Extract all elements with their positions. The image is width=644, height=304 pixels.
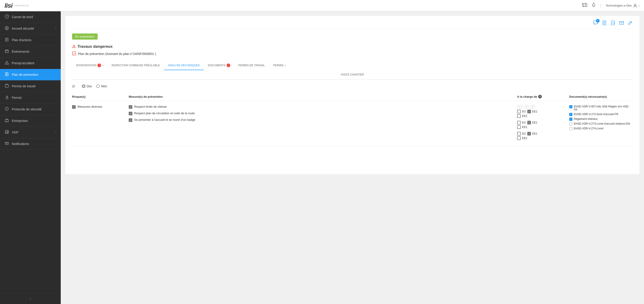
bell-icon[interactable] <box>592 3 596 8</box>
doc-item-0: EHSE-VDR-V-007-Info SSE-Règles d'or HSE-… <box>569 105 633 111</box>
prevention-cb-2[interactable] <box>129 118 132 122</box>
doc-item-2: Règlement Intérieur <box>569 117 633 121</box>
cb-ee2-1[interactable] <box>517 125 521 129</box>
cb-eu-2[interactable] <box>517 132 521 136</box>
chat-button[interactable]: 0 <box>593 20 598 26</box>
sidebar-item-presquaccident[interactable]: Presqu'accident <box>0 57 61 69</box>
doc-cb-3[interactable] <box>569 122 572 126</box>
doc-label-1: EHSE-VDR-V-272-livret d'accueil-FR <box>574 113 618 116</box>
tab-permis-travail[interactable]: PERMIS DE TRAVAIL <box>234 61 269 70</box>
sidebar-item-entreprises[interactable]: Entreprises <box>0 115 61 127</box>
radio-oui[interactable]: Oui <box>82 84 92 88</box>
doc-cb-0[interactable] <box>569 105 572 108</box>
sidebar-item-plan-prevention[interactable]: Plan de prévention <box>0 69 61 81</box>
sidebar-item-permis[interactable]: Permis <box>0 92 61 104</box>
risque-label: Blessures diverses <box>78 105 102 108</box>
tab-permis-label: PERMIS <box>273 64 284 67</box>
help-icon[interactable]: ? <box>538 95 542 98</box>
doc-cb-4[interactable] <box>569 127 572 130</box>
presquaccident-label: Presqu'accident <box>12 61 56 65</box>
doc-label-0: EHSE-VDR-V-007-Info SSE-Règles d'or HSE-… <box>574 105 633 111</box>
user-name: Technologies e-Obs <box>606 4 632 7</box>
permis-icon <box>4 95 9 100</box>
sidebar-item-plan-actions[interactable]: Plan d'actions <box>0 34 61 46</box>
protocole-icon <box>4 107 9 112</box>
notifications-label: Notifications <box>12 142 56 146</box>
sidebar: Carnet de bord Accueil sécurité › Plan d… <box>0 11 61 304</box>
content-area: 0 PDF En exploitation ⚠ <box>61 11 644 304</box>
tab-analyse[interactable]: ANALYSE DES RISQUES <box>164 61 204 70</box>
sidebar-item-carnet[interactable]: Carnet de bord <box>0 11 61 23</box>
charge-dropdown-0[interactable]: ▾ <box>517 105 522 109</box>
charge-dropdowns: ▾ ▾ ▾ <box>517 105 567 109</box>
presquaccident-icon <box>4 61 9 66</box>
cb-ee1-0[interactable] <box>527 110 531 113</box>
sidebar-item-notifications[interactable]: Notifications <box>0 138 61 150</box>
permis-travail-label: Permis de travail <box>12 84 56 88</box>
accueil-arrow: › <box>55 27 56 30</box>
topbar-right: | Technologies e-Obs › <box>582 3 640 8</box>
sidebar-item-evenements[interactable]: Évènements <box>0 46 61 57</box>
charge-item-1: EU EE1 EE2 <box>517 121 567 129</box>
prevention-cb-1[interactable] <box>129 112 132 115</box>
radio-non-label: Non <box>101 84 107 88</box>
svg-point-29 <box>6 109 7 110</box>
docs-col: EHSE-VDR-V-007-Info SSE-Règles d'or HSE-… <box>569 105 633 130</box>
user-info[interactable]: Technologies e-Obs › <box>606 3 640 8</box>
tab-intervention[interactable]: INTERVENTION ! ▾ <box>72 61 108 70</box>
tab-visite[interactable]: VISITE CHANTIER <box>337 70 368 79</box>
sidebar-collapse[interactable]: ‹ <box>0 293 61 304</box>
tab-documents[interactable]: DOCUMENTS ! <box>204 61 234 70</box>
tab-inspection[interactable]: INSPECTION COMMUNE PRÉALABLE <box>108 61 164 70</box>
sidebar-item-accueil[interactable]: Accueil sécurité › <box>0 23 61 34</box>
col-documents: Document(s) nécessaire(s) <box>569 95 633 98</box>
cb-eu-0[interactable] <box>517 110 521 113</box>
radio-non[interactable]: Non <box>96 84 107 88</box>
charge-dropdown-2[interactable]: ▾ <box>530 105 535 109</box>
risque-checkbox[interactable] <box>72 105 76 109</box>
cb-ee2-0[interactable] <box>517 114 521 118</box>
plan-title-text: Plan de prévention (Avenant du plan n°24… <box>78 52 156 56</box>
charge-col: ▾ ▾ ▾ <box>517 105 567 140</box>
main-layout: Carnet de bord Accueil sécurité › Plan d… <box>0 11 644 304</box>
evenements-icon <box>4 49 9 54</box>
cb-ee2-2[interactable] <box>517 136 521 140</box>
permis-label: Permis <box>12 96 56 100</box>
cb-ee1-1[interactable] <box>527 121 531 124</box>
cb-ee1-2[interactable] <box>527 132 531 136</box>
charge-checks-0: EU EE1 EE2 <box>517 110 567 118</box>
cb-eu-1[interactable] <box>517 121 521 124</box>
vgp-icon <box>4 130 9 135</box>
sidebar-item-vgp[interactable]: VGP › <box>0 127 61 138</box>
user-icon <box>633 3 637 8</box>
plan-pdf-icon: PDF <box>72 51 76 56</box>
pdf-button[interactable]: PDF <box>610 20 616 26</box>
email-button[interactable] <box>619 20 624 26</box>
prevention-cb-0[interactable] <box>129 105 132 109</box>
tab-permis[interactable]: PERMIS ▾ <box>269 61 290 70</box>
radio-oui-circle <box>82 84 86 88</box>
doc-button[interactable] <box>602 20 607 26</box>
edit-button[interactable] <box>628 20 633 26</box>
tab-permis-arrow: ▾ <box>284 64 286 67</box>
tab-documents-badge: ! <box>226 64 230 67</box>
tabs-container: INTERVENTION ! ▾ INSPECTION COMMUNE PRÉA… <box>72 61 633 80</box>
logo: lisi <box>4 2 12 9</box>
svg-line-44 <box>630 22 631 23</box>
tabs-row2: VISITE CHANTIER <box>72 70 633 79</box>
doc-item-1: EHSE-VDR-V-272-livret d'accueil-FR <box>569 113 633 116</box>
map-icon[interactable] <box>582 3 587 8</box>
doc-cb-2[interactable] <box>569 118 572 121</box>
prevention-item-0: Respect limite de vitesse <box>129 105 515 109</box>
svg-point-20 <box>6 63 7 64</box>
charge-dropdown-1[interactable]: ▾ <box>524 105 528 109</box>
doc-cb-1[interactable] <box>569 113 572 116</box>
logo-area: lisi AEROSPACE <box>4 2 29 9</box>
chat-badge: 0 <box>596 19 600 23</box>
sidebar-item-permis-travail[interactable]: Permis de travail <box>0 81 61 92</box>
sidebar-item-protocole[interactable]: Protocole de sécurité <box>0 104 61 115</box>
radio-oui-label: Oui <box>87 84 92 88</box>
svg-rect-26 <box>6 97 8 99</box>
protocole-label: Protocole de sécurité <box>12 107 56 111</box>
risque-col: Blessures diverses <box>72 105 126 109</box>
